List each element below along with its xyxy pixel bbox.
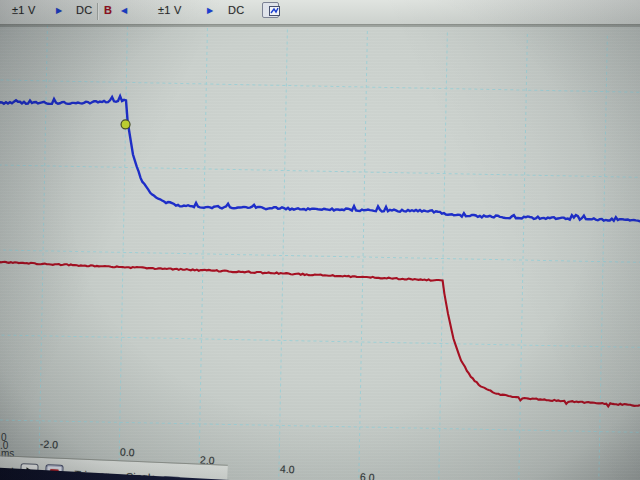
stop-capture-button[interactable] <box>45 464 64 480</box>
channel-B-trace <box>0 261 640 407</box>
channel-b-coupling-control[interactable]: DC <box>228 4 245 16</box>
channel-a-coupling-control[interactable]: DC <box>76 4 93 16</box>
play-icon <box>26 467 34 477</box>
trigger-mode-select[interactable]: Single <box>126 470 157 480</box>
scope-window-icon-button[interactable] <box>262 2 279 18</box>
toolbar-separator <box>97 3 98 20</box>
channel-toolbar: ±1 V ▶ DC B ◀ ±1 V ▶ DC <box>0 0 640 25</box>
channel-b-range-control[interactable]: ±1 V <box>158 4 182 16</box>
window-icon <box>269 6 280 16</box>
grid <box>0 24 640 480</box>
trigger-setup-button[interactable] <box>163 476 181 480</box>
x-tick-label: 0.0 <box>120 446 135 459</box>
channel-a-range-control[interactable]: ±1 V <box>12 4 36 16</box>
trigger-label: Trigger <box>74 468 109 480</box>
x-tick-label: -2.0 <box>40 438 59 451</box>
status-text-clipped: ed <box>1 465 14 478</box>
dropdown-right-icon[interactable]: ▶ <box>56 6 62 15</box>
x-tick-label: 6.0 <box>360 470 375 480</box>
stop-icon <box>50 469 58 477</box>
channel-b-label[interactable]: B <box>104 4 112 16</box>
channel-A-trace <box>0 94 640 222</box>
scope-plot-area[interactable]: 0 .0 ms -2.00.02.04.06.0 <box>0 0 640 480</box>
dropdown-right-icon[interactable]: ▶ <box>207 6 213 15</box>
start-capture-button[interactable] <box>20 463 39 480</box>
trigger-marker[interactable] <box>121 120 130 129</box>
screen-photo: 0 .0 ms -2.00.02.04.06.0 ±1 V ▶ DC B ◀ ±… <box>0 0 640 480</box>
trace-canvas <box>0 0 640 480</box>
x-tick-label: 4.0 <box>280 462 295 475</box>
dropdown-left-icon[interactable]: ◀ <box>121 6 127 15</box>
